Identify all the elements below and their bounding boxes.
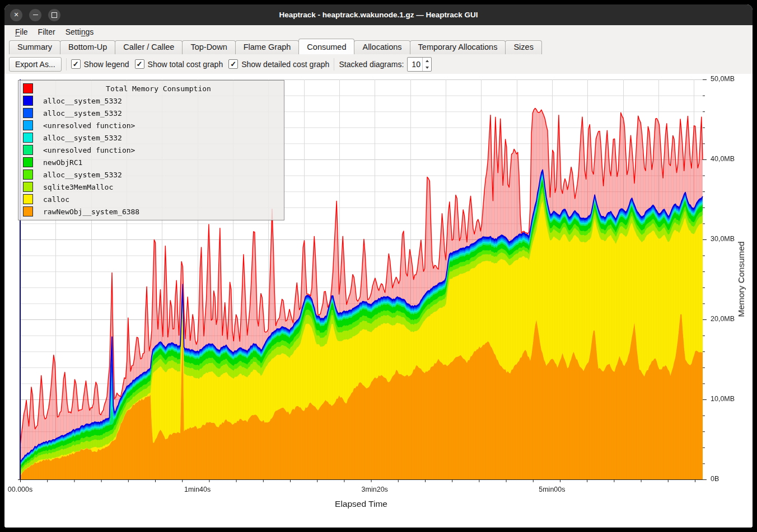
- y-tick-label: 20,0MB: [711, 315, 735, 323]
- legend-entry: <unresolved function>: [18, 119, 284, 131]
- legend-label: sqlite3MemMalloc: [43, 183, 113, 191]
- tab-caller-callee[interactable]: Caller / Callee: [115, 40, 183, 54]
- legend-title: Total Memory Consumption: [33, 84, 284, 93]
- legend-swatch: [23, 194, 33, 204]
- legend-entry: <unresolved function>: [18, 144, 284, 156]
- y-tick-label: 10,0MB: [711, 395, 735, 403]
- x-tick-label: 00.000s: [8, 486, 32, 493]
- y-tick-label: 40,0MB: [711, 155, 735, 163]
- stacked-diagrams-spinbox[interactable]: 10: [407, 57, 432, 72]
- legend-entry: sqlite3MemMalloc: [18, 181, 284, 193]
- minimize-icon: [33, 15, 38, 16]
- screenshot-stage: ✕ Heaptrack - heaptrack.wakunode.1.gz — …: [0, 0, 757, 532]
- legend-label: calloc: [43, 195, 69, 204]
- arrow-up-icon: [426, 60, 429, 62]
- legend-label: alloc__system_5332: [43, 109, 122, 117]
- checkmark-icon: ✓: [135, 59, 144, 69]
- arrow-down-icon: [426, 67, 429, 69]
- legend-swatch: [23, 145, 33, 155]
- legend-label: <unresolved function>: [43, 146, 135, 154]
- tab-bar: SummaryBottom-UpCaller / CalleeTop-DownF…: [4, 38, 753, 54]
- legend-swatch: [23, 108, 33, 118]
- x-tick-label: 3min20s: [362, 486, 388, 493]
- maximize-button[interactable]: [48, 9, 60, 21]
- maximize-icon: [52, 12, 57, 18]
- close-icon: ✕: [13, 12, 18, 18]
- legend-entry: newObjRC1: [18, 156, 284, 168]
- menu-settings[interactable]: Settings: [60, 27, 99, 37]
- toolbar-separator: [66, 58, 67, 70]
- y-tick-label: 50,0MB: [711, 75, 735, 83]
- titlebar: ✕ Heaptrack - heaptrack.wakunode.1.gz — …: [4, 4, 753, 25]
- tab-consumed[interactable]: Consumed: [298, 39, 354, 54]
- spin-down-button[interactable]: [423, 64, 431, 71]
- chart-panel: Total Memory Consumptionalloc__system_53…: [4, 74, 753, 528]
- stacked-diagrams-label: Stacked diagrams:: [339, 60, 404, 69]
- checkbox-label: Show legend: [84, 60, 129, 69]
- checkbox-show-total-cost-graph[interactable]: ✓Show total cost graph: [135, 59, 223, 69]
- legend-swatch: [23, 157, 33, 167]
- legend-swatch: [23, 182, 33, 192]
- checkmark-icon: ✓: [71, 59, 81, 69]
- spin-up-button[interactable]: [423, 58, 431, 64]
- tab-summary[interactable]: Summary: [9, 40, 60, 54]
- x-tick-label: 5min00s: [539, 486, 565, 493]
- y-tick-label: 30,0MB: [711, 235, 735, 243]
- legend-swatch: [23, 96, 33, 106]
- checkbox-show-detailed-cost-graph[interactable]: ✓Show detailed cost graph: [228, 59, 329, 69]
- legend-label: <unresolved function>: [43, 121, 135, 130]
- legend-label: alloc__system_5332: [43, 97, 122, 105]
- close-button[interactable]: ✕: [10, 9, 22, 21]
- legend-swatch: [23, 206, 33, 216]
- menu-file[interactable]: File: [10, 27, 33, 37]
- legend-label: rawNewObj__system_6388: [43, 208, 139, 216]
- y-axis-title: Memory Consumed: [736, 241, 746, 317]
- legend-entry: rawNewObj__system_6388: [18, 205, 284, 218]
- checkbox-group: ✓Show legend✓Show total cost graph✓Show …: [71, 59, 330, 69]
- toolbar-separator: [334, 58, 334, 70]
- checkbox-label: Show detailed cost graph: [241, 60, 329, 69]
- tab-temporary-allocations[interactable]: Temporary Allocations: [410, 40, 506, 54]
- tab-allocations[interactable]: Allocations: [354, 40, 410, 54]
- legend-entry: alloc__system_5332: [18, 95, 284, 107]
- legend-entry: alloc__system_5332: [18, 168, 284, 181]
- menubar: FileFilterSettings: [4, 25, 753, 38]
- checkbox-show-legend[interactable]: ✓Show legend: [71, 59, 129, 69]
- toolbar: Export As... ✓Show legend✓Show total cos…: [4, 54, 753, 74]
- checkmark-icon: ✓: [228, 59, 238, 69]
- legend-label: alloc__system_5332: [43, 134, 122, 142]
- export-as-button[interactable]: Export As...: [9, 57, 62, 72]
- legend-entry: alloc__system_5332: [18, 107, 284, 119]
- x-axis-title: Elapsed Time: [335, 499, 387, 509]
- legend-entry: alloc__system_5332: [18, 131, 284, 144]
- legend-entry: calloc: [18, 193, 284, 205]
- checkbox-label: Show total cost graph: [148, 60, 223, 69]
- tab-sizes[interactable]: Sizes: [505, 40, 541, 54]
- minimize-button[interactable]: [29, 9, 41, 21]
- legend-label: alloc__system_5332: [43, 171, 122, 179]
- tab-flame-graph[interactable]: Flame Graph: [235, 40, 300, 54]
- legend-swatch: [23, 133, 33, 143]
- window-title: Heaptrack - heaptrack.wakunode.1.gz — He…: [4, 11, 753, 19]
- legend-label: newObjRC1: [43, 158, 82, 167]
- spinbox-arrows: [422, 58, 431, 71]
- stacked-diagrams-value[interactable]: 10: [408, 58, 422, 71]
- legend-swatch-total: [23, 83, 33, 93]
- tab-top-down[interactable]: Top-Down: [182, 40, 235, 54]
- legend-swatch: [23, 170, 33, 180]
- tab-bottom-up[interactable]: Bottom-Up: [60, 40, 115, 54]
- legend-swatch: [23, 120, 33, 130]
- app-window: ✕ Heaptrack - heaptrack.wakunode.1.gz — …: [4, 4, 753, 528]
- stacked-diagrams-control: Stacked diagrams: 10: [339, 57, 432, 72]
- chart-legend: Total Memory Consumptionalloc__system_53…: [18, 80, 284, 220]
- legend-title-row: Total Memory Consumption: [18, 82, 284, 95]
- menu-filter[interactable]: Filter: [33, 27, 60, 37]
- x-tick-label: 1min40s: [184, 486, 211, 493]
- y-tick-label: 0B: [711, 475, 719, 483]
